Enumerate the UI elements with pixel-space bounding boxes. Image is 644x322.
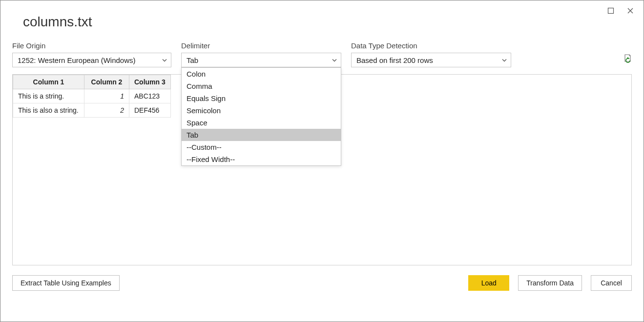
window-controls: [606, 6, 635, 15]
extract-table-label: Extract Table Using Examples: [21, 279, 111, 287]
extract-table-button[interactable]: Extract Table Using Examples: [12, 275, 120, 291]
cancel-button[interactable]: Cancel: [591, 275, 632, 291]
delimiter-label: Delimiter: [181, 41, 341, 50]
transform-data-label: Transform Data: [526, 279, 574, 287]
load-button[interactable]: Load: [468, 275, 509, 291]
chevron-down-icon: [332, 56, 337, 64]
chevron-down-icon: [502, 56, 507, 64]
chevron-down-icon: [162, 56, 167, 64]
delimiter-option[interactable]: Tab: [182, 129, 341, 141]
table-cell: ABC123: [129, 89, 171, 103]
delimiter-option[interactable]: Comma: [182, 80, 341, 92]
delimiter-options-list: ColonCommaEquals SignSemicolonSpaceTab--…: [181, 67, 341, 166]
delimiter-option[interactable]: Colon: [182, 68, 341, 80]
delimiter-group: Delimiter Tab ColonCommaEquals SignSemic…: [181, 41, 341, 67]
delimiter-option[interactable]: Semicolon: [182, 104, 341, 117]
data-type-detection-label: Data Type Detection: [351, 41, 511, 50]
table-row: This is also a string.2DEF456: [13, 103, 171, 118]
table-cell: 2: [84, 103, 129, 118]
column-header[interactable]: Column 2: [84, 75, 129, 89]
table-cell: This is also a string.: [13, 103, 84, 118]
footer-right: Load Transform Data Cancel: [468, 275, 632, 291]
delimiter-dropdown[interactable]: Tab ColonCommaEquals SignSemicolonSpaceT…: [181, 53, 341, 67]
close-icon[interactable]: [626, 6, 635, 15]
load-label: Load: [481, 279, 497, 287]
data-type-detection-value: Based on first 200 rows: [356, 56, 433, 64]
transform-data-button[interactable]: Transform Data: [518, 275, 582, 291]
file-origin-group: File Origin 1252: Western European (Wind…: [12, 41, 171, 67]
delimiter-value: Tab: [187, 56, 198, 64]
data-type-detection-dropdown[interactable]: Based on first 200 rows: [351, 53, 511, 67]
column-header[interactable]: Column 3: [129, 75, 171, 89]
refresh-icon[interactable]: [623, 54, 632, 65]
column-header[interactable]: Column 1: [13, 75, 84, 89]
preview-table: Column 1 Column 2 Column 3 This is a str…: [13, 75, 171, 118]
table-header-row: Column 1 Column 2 Column 3: [13, 75, 171, 89]
delimiter-option[interactable]: --Fixed Width--: [182, 153, 341, 165]
cancel-label: Cancel: [601, 279, 622, 287]
footer: Extract Table Using Examples Load Transf…: [12, 275, 632, 291]
controls-row: File Origin 1252: Western European (Wind…: [12, 41, 632, 67]
data-type-detection-group: Data Type Detection Based on first 200 r…: [351, 41, 511, 67]
table-cell: DEF456: [129, 103, 171, 118]
file-origin-label: File Origin: [12, 41, 171, 50]
file-origin-value: 1252: Western European (Windows): [18, 56, 136, 64]
table-cell: 1: [84, 89, 129, 103]
delimiter-option[interactable]: Space: [182, 117, 341, 129]
delimiter-option[interactable]: Equals Sign: [182, 92, 341, 104]
page-title: columns.txt: [23, 14, 632, 30]
file-origin-dropdown[interactable]: 1252: Western European (Windows): [12, 53, 171, 67]
delimiter-option[interactable]: --Custom--: [182, 141, 341, 153]
maximize-icon[interactable]: [606, 6, 615, 15]
table-row: This is a string.1ABC123: [13, 89, 171, 103]
table-cell: This is a string.: [13, 89, 84, 103]
dialog-window: columns.txt File Origin 1252: Western Eu…: [0, 0, 644, 322]
svg-rect-0: [608, 8, 614, 14]
